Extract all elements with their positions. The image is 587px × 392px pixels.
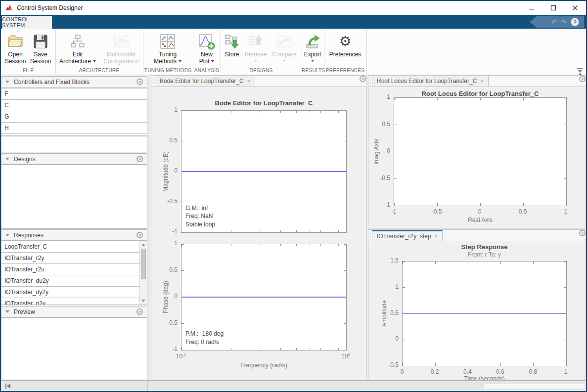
status-progress-area	[483, 383, 585, 389]
tab-actions-icon[interactable]	[579, 230, 586, 236]
export-button[interactable]: Export	[302, 31, 323, 62]
panel-title: Controllers and Fixed Blocks	[14, 79, 90, 86]
compare-icon	[276, 33, 293, 50]
edit-architecture-button[interactable]: EditArchitecture	[56, 31, 99, 65]
undo-icon[interactable]: ↶	[551, 19, 557, 26]
new-plot-button[interactable]: NewPlot	[194, 31, 219, 65]
scroll-up-icon[interactable]	[141, 244, 145, 246]
list-item[interactable]: G	[1, 111, 147, 123]
drag-handle[interactable]	[368, 78, 372, 85]
scrollbar-thumb[interactable]	[141, 249, 146, 279]
root-locus-axes[interactable]: 10.50-0.5-1-1-0.500.51	[394, 97, 567, 206]
panel-actions-icon[interactable]	[136, 156, 143, 162]
close-tab-icon[interactable]: ×	[435, 233, 438, 239]
drag-handle[interactable]	[151, 78, 155, 85]
help-icon[interactable]: ?	[571, 18, 579, 26]
ribbon-tab-bar: CONTROL SYSTEM ↶ ↷ ?	[1, 15, 586, 29]
tab-actions-icon[interactable]	[579, 76, 586, 82]
drag-handle[interactable]	[368, 232, 372, 239]
close-tab-icon[interactable]: ×	[247, 78, 250, 84]
x-tick-label: 0	[478, 208, 482, 215]
step-axes[interactable]: 1.510.50-0.500.20.40.60.81	[402, 261, 567, 366]
list-item[interactable]: IOTransfer_n2y	[1, 298, 147, 305]
ribbon-toolbar: OpenSession SaveSession	[1, 29, 586, 75]
margin-annotation: P.M.: -180 deg Freq: 0 rad/s	[185, 330, 224, 346]
collapse-triangle-icon	[5, 81, 9, 83]
root-locus-content: Root Locus Editor for LoopTransfer_C 10.…	[368, 87, 586, 228]
dropdown-caret-icon	[254, 60, 257, 62]
responses-scrollbar[interactable]	[139, 241, 147, 305]
preferences-button[interactable]: ⚙ Preferences	[325, 31, 365, 58]
store-icon	[224, 33, 240, 50]
tab-bode-editor[interactable]: Bode Editor for LoopTransfer_C ×	[155, 76, 255, 87]
list-item[interactable]: IOTransfer_r2y	[1, 253, 147, 264]
bode-magnitude-axes[interactable]: G.M.: inf Freq: NaN Stable loop 10.50-0.…	[181, 110, 347, 233]
root-locus-tab-strip: Root Locus Editor for LoopTransfer_C ×	[368, 76, 586, 87]
new-plot-icon	[198, 33, 215, 50]
response-line[interactable]	[182, 171, 346, 172]
status-divider	[147, 381, 148, 392]
x-tick-label: 1	[564, 208, 568, 215]
scroll-down-icon[interactable]	[141, 300, 145, 302]
root-locus-panel: Root Locus Editor for LoopTransfer_C × R…	[368, 75, 586, 228]
panel-actions-icon[interactable]	[136, 232, 143, 238]
group-separator	[366, 30, 367, 73]
response-line[interactable]	[403, 313, 566, 314]
bode-content: Bode Editor for LoopTransfer_C G.M.: inf…	[151, 87, 366, 380]
panel-header-preview[interactable]: Preview	[1, 306, 147, 317]
bode-plot-title: Bode Editor for LoopTransfer_C	[181, 99, 347, 107]
tuning-methods-button[interactable]: TuningMethods	[146, 31, 189, 65]
x-tick-label: 0.8	[529, 368, 537, 375]
panel-header-designs[interactable]: Designs	[1, 153, 147, 165]
tab-root-locus[interactable]: Root Locus Editor for LoopTransfer_C ×	[372, 76, 489, 87]
time-axis-label: Time (seconds)	[402, 375, 567, 380]
panel-actions-icon[interactable]	[136, 308, 143, 315]
y-tick-label: -1	[172, 228, 178, 235]
bode-tab-strip: Bode Editor for LoopTransfer_C ×	[151, 76, 366, 87]
list-item[interactable]: H	[1, 123, 147, 134]
x-tick-label: -0.5	[432, 208, 442, 215]
y-tick-label: 0	[387, 147, 390, 154]
close-button[interactable]	[564, 1, 586, 14]
redo-icon[interactable]: ↷	[561, 19, 567, 26]
frequency-axis-label: Frequency (rad/s)	[181, 362, 347, 369]
collapse-triangle-icon	[5, 234, 9, 236]
bode-phase-axes[interactable]: P.M.: -180 deg Freq: 0 rad/s 10.50-0.5-1…	[181, 244, 347, 350]
list-item[interactable]: F	[1, 88, 147, 100]
response-line[interactable]	[182, 297, 346, 298]
list-item[interactable]: C	[1, 100, 147, 111]
dropdown-caret-icon	[311, 60, 314, 62]
tab-actions-icon[interactable]	[360, 76, 366, 82]
list-item[interactable]: IOTransfer_dy2y	[1, 287, 147, 298]
group-separator	[143, 30, 143, 73]
y-tick-label: 1	[387, 93, 390, 100]
export-icon	[304, 33, 321, 50]
collapse-triangle-icon	[5, 158, 9, 160]
window-title: Control System Designer	[17, 4, 83, 11]
designs-box	[1, 165, 147, 229]
minimize-button[interactable]	[521, 1, 542, 14]
y-tick-label: -0.5	[167, 319, 178, 326]
responses-list: LoopTransfer_CIOTransfer_r2yIOTransfer_r…	[1, 241, 147, 305]
open-session-button[interactable]: OpenSession	[4, 31, 27, 65]
tab-control-system[interactable]: CONTROL SYSTEM	[2, 16, 52, 29]
y-tick-label: 0.5	[390, 309, 399, 316]
list-item[interactable]: LoopTransfer_C	[1, 241, 147, 253]
close-tab-icon[interactable]: ×	[480, 78, 483, 84]
x-tick-label: 0.2	[431, 368, 439, 375]
maximize-button[interactable]	[542, 1, 564, 14]
panel-header-responses[interactable]: Responses	[1, 229, 147, 241]
list-item[interactable]: IOTransfer_r2u	[1, 264, 147, 275]
tab-step-response[interactable]: IOTransfer_r2y: step ×	[372, 230, 443, 241]
multimodel-configuration-button: MultimodelConfiguration	[100, 31, 142, 65]
group-label-designs: DESIGNS	[221, 68, 302, 74]
title-bar: Control System Designer	[1, 1, 586, 15]
collapse-ribbon-icon[interactable]	[577, 68, 583, 73]
store-button[interactable]: Store	[223, 31, 241, 58]
list-item[interactable]: IOTransfer_du2y	[1, 275, 147, 287]
panel-header-controllers[interactable]: Controllers and Fixed Blocks	[1, 76, 147, 87]
save-session-button[interactable]: SaveSession	[29, 31, 52, 65]
multimodel-icon	[113, 33, 130, 50]
collapse-sidebar-icon[interactable]	[5, 384, 10, 389]
panel-actions-icon[interactable]	[136, 79, 143, 85]
